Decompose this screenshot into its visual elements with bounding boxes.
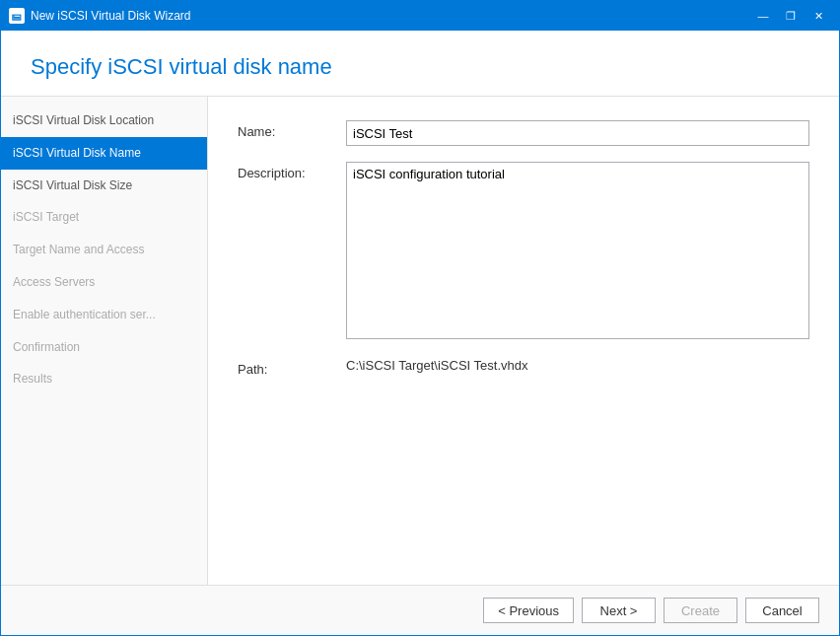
name-label: Name: <box>238 120 346 139</box>
page-title: Specify iSCSI virtual disk name <box>31 54 809 80</box>
name-control <box>346 120 809 146</box>
sidebar-item-iscsi-target: iSCSI Target <box>1 201 207 234</box>
path-value: C:\iSCSI Target\iSCSI Test.vhdx <box>346 354 527 373</box>
content-area: iSCSI Virtual Disk Location iSCSI Virtua… <box>1 97 839 585</box>
restore-button[interactable]: ❐ <box>778 6 804 26</box>
main-panel: Name: Description: Path: C:\iSC <box>208 97 839 585</box>
close-button[interactable]: ✕ <box>805 6 831 26</box>
title-bar-controls: — ❐ ✕ <box>750 6 831 26</box>
sidebar: iSCSI Virtual Disk Location iSCSI Virtua… <box>1 97 208 585</box>
create-button[interactable]: Create <box>664 598 737 623</box>
window-body: Specify iSCSI virtual disk name iSCSI Vi… <box>1 31 839 635</box>
sidebar-item-confirmation: Confirmation <box>1 331 207 364</box>
path-row: Path: C:\iSCSI Target\iSCSI Test.vhdx <box>238 358 809 377</box>
cancel-button[interactable]: Cancel <box>745 598 819 623</box>
path-control: C:\iSCSI Target\iSCSI Test.vhdx <box>346 358 809 373</box>
title-bar-left: 🖴 New iSCSI Virtual Disk Wizard <box>9 8 190 24</box>
sidebar-item-enable-authentication: Enable authentication ser... <box>1 299 207 331</box>
sidebar-item-iscsi-virtual-disk-location[interactable]: iSCSI Virtual Disk Location <box>1 105 207 137</box>
sidebar-item-target-name-and-access: Target Name and Access <box>1 234 207 266</box>
sidebar-item-iscsi-virtual-disk-name[interactable]: iSCSI Virtual Disk Name <box>1 137 207 170</box>
description-textarea[interactable] <box>346 162 809 339</box>
sidebar-item-results: Results <box>1 363 207 395</box>
window-icon: 🖴 <box>9 8 25 24</box>
main-window: 🖴 New iSCSI Virtual Disk Wizard — ❐ ✕ Sp… <box>0 0 840 636</box>
window-title: New iSCSI Virtual Disk Wizard <box>31 9 190 23</box>
description-label: Description: <box>238 162 346 180</box>
title-bar: 🖴 New iSCSI Virtual Disk Wizard — ❐ ✕ <box>1 1 839 31</box>
description-control <box>346 162 809 342</box>
previous-button[interactable]: < Previous <box>483 598 574 623</box>
minimize-button[interactable]: — <box>750 6 776 26</box>
description-row: Description: <box>238 162 809 342</box>
name-input[interactable] <box>346 120 809 146</box>
path-label: Path: <box>238 358 346 377</box>
name-row: Name: <box>238 120 809 146</box>
sidebar-item-access-servers: Access Servers <box>1 266 207 299</box>
page-header: Specify iSCSI virtual disk name <box>1 31 839 97</box>
sidebar-item-iscsi-virtual-disk-size[interactable]: iSCSI Virtual Disk Size <box>1 170 207 202</box>
footer: < Previous Next > Create Cancel <box>1 585 839 635</box>
next-button[interactable]: Next > <box>582 598 656 623</box>
